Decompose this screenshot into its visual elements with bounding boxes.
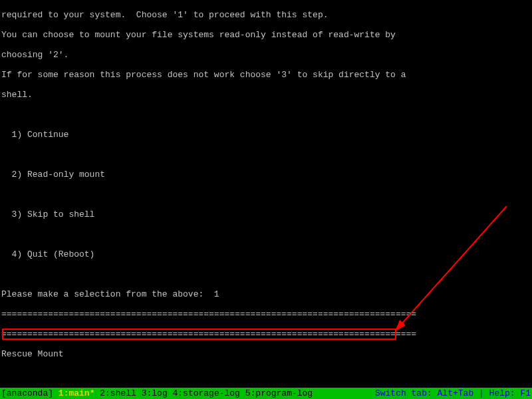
terminal-output[interactable]: required to your system. Choose '1' to p… — [0, 0, 532, 388]
text-line — [1, 190, 531, 200]
text-line: choosing '2'. — [1, 50, 531, 60]
tmux-tab-main[interactable]: 1:main* — [59, 388, 95, 398]
tmux-status-bar: [anaconda] 1:main* 2:shell 3:log 4:stora… — [0, 388, 532, 399]
text-line — [1, 110, 531, 120]
text-line: If for some reason this process does not… — [1, 70, 531, 80]
text-line: You can choose to mount your file system… — [1, 30, 531, 40]
text-line — [1, 229, 531, 239]
tmux-tab-shell[interactable]: 2:shell — [100, 388, 136, 398]
selection-prompt: Please make a selection from the above: … — [1, 289, 531, 299]
text-line — [1, 269, 531, 279]
menu-option-continue: 1) Continue — [1, 130, 531, 140]
text-line — [1, 369, 531, 379]
tmux-tab-storage-log[interactable]: 4:storage-log — [173, 388, 240, 398]
separator-line: ========================================… — [1, 329, 531, 339]
rescue-mount-heading: Rescue Mount — [1, 349, 531, 359]
separator-line: ========================================… — [1, 309, 531, 319]
text-line: shell. — [1, 90, 531, 100]
menu-option-quit: 4) Quit (Reboot) — [1, 249, 531, 259]
menu-option-skip: 3) Skip to shell — [1, 209, 531, 219]
menu-option-readonly: 2) Read-only mount — [1, 170, 531, 180]
tmux-tab-log[interactable]: 3:log — [142, 388, 168, 398]
text-line: required to your system. Choose '1' to p… — [1, 10, 531, 20]
tmux-tabs: [anaconda] 1:main* 2:shell 3:log 4:stora… — [1, 388, 313, 399]
tmux-help-hint: Switch tab: Alt+Tab | Help: F1 — [375, 388, 531, 399]
tmux-session-name: [anaconda] — [1, 388, 53, 398]
tmux-tab-program-log[interactable]: 5:program-log — [245, 388, 313, 398]
text-line — [1, 150, 531, 160]
